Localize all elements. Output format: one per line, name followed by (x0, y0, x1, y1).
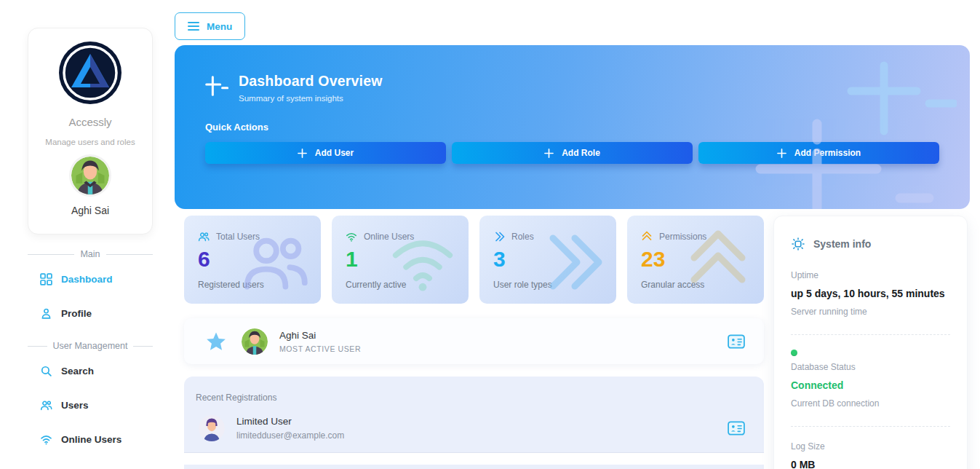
sidebar-avatar (71, 157, 109, 194)
divider-line (28, 346, 47, 347)
most-active-user-card: Aghi Sai MOST ACTIVE USER (184, 318, 764, 364)
recent-registration-row: Limited User limitedduser@example.com (184, 403, 764, 453)
uptime-caption: Server running time (791, 307, 950, 317)
add-role-label: Add Role (562, 148, 600, 158)
banner-head: Dashboard Overview Summary of system ins… (205, 73, 939, 103)
users-icon (40, 399, 52, 411)
sidebar-item-dashboard[interactable]: Dashboard (28, 262, 153, 296)
users-icon (198, 231, 210, 243)
recent-user-email: limitedduser@example.com (236, 430, 344, 441)
most-active-avatar (242, 328, 268, 355)
sidebar-item-users[interactable]: Users (28, 388, 153, 422)
uptime-label: Uptime (791, 270, 950, 280)
page-subtitle: Summary of system insights (239, 94, 383, 103)
most-active-label: MOST ACTIVE USER (279, 344, 361, 353)
sidebar-item-label: Online Users (61, 434, 121, 445)
contact-card-icon[interactable] (728, 334, 745, 349)
recent-user-meta: Limited User limitedduser@example.com (236, 416, 344, 441)
plus-minus-icon (205, 74, 228, 99)
app-root: Accessly Manage users and roles Aghi Sai (0, 0, 980, 469)
dashed-divider (791, 334, 950, 335)
brand-name: Accessly (34, 116, 146, 128)
grid-icon (40, 273, 52, 285)
cpu-icon (791, 237, 805, 251)
accessly-logo-icon (59, 42, 121, 104)
chevrons-right-icon (493, 231, 505, 243)
sidebar-nav: Main Dashboard Profile (28, 249, 153, 457)
dashboard-banner: Dashboard Overview Summary of system ins… (175, 45, 970, 209)
database-status-value: Connected (791, 379, 950, 391)
nav-section-label: User Management (53, 341, 128, 351)
chevrons-up-watermark-icon (675, 227, 761, 297)
sidebar-item-profile[interactable]: Profile (28, 296, 153, 331)
brand-tagline: Manage users and roles (34, 138, 146, 146)
recent-user-avatar (199, 415, 225, 441)
nav-section-label: Main (80, 249, 100, 259)
sidebar-item-label: Users (61, 400, 89, 411)
uptime-block: Uptime up 5 days, 10 hours, 55 minutes S… (791, 270, 950, 317)
stat-card-online-users: Online Users 1 Currently active (332, 216, 469, 304)
log-size-value: 0 MB (791, 459, 950, 469)
most-active-name: Aghi Sai (279, 330, 361, 341)
stat-card-permissions: Permissions 23 Granular access (627, 216, 764, 304)
add-user-label: Add User (315, 148, 354, 158)
wifi-watermark-icon (380, 227, 466, 297)
add-permission-label: Add Permission (794, 148, 861, 158)
database-status-caption: Current DB connection (791, 398, 950, 409)
system-info-panel: System info Uptime up 5 days, 10 hours, … (773, 216, 968, 469)
uptime-value: up 5 days, 10 hours, 55 minutes (791, 288, 950, 299)
status-dot-icon (791, 350, 797, 356)
menu-button-label: Menu (207, 21, 232, 32)
recent-registrations-title: Recent Registrations (184, 377, 764, 403)
stat-card-roles: Roles 3 User role types (479, 216, 616, 304)
sidebar-item-online-users[interactable]: Online Users (28, 422, 153, 457)
quick-actions-label: Quick Actions (205, 122, 939, 133)
sidebar-item-label: Dashboard (61, 274, 113, 285)
log-size-label: Log Size (791, 441, 950, 452)
add-permission-button[interactable]: Add Permission (698, 142, 939, 164)
wifi-icon (40, 433, 52, 446)
sidebar-item-search[interactable]: Search (28, 354, 153, 388)
recent-user-name: Limited User (236, 416, 344, 427)
most-active-meta: Aghi Sai MOST ACTIVE USER (279, 330, 361, 353)
nav-section-main: Main (28, 249, 153, 259)
database-status-label: Database Status (791, 362, 950, 372)
brand-card: Accessly Manage users and roles Aghi Sai (28, 28, 153, 234)
page-title: Dashboard Overview (239, 73, 383, 90)
stats-row: Total Users 6 Registered users (184, 216, 764, 304)
chevrons-right-watermark-icon (527, 227, 613, 297)
divider-line (106, 254, 153, 255)
recent-next-row (184, 453, 764, 465)
plus-icon (544, 149, 554, 158)
content-row: Total Users 6 Registered users (175, 216, 970, 469)
divider-line (133, 346, 153, 347)
dashed-divider (791, 426, 950, 427)
user-icon (40, 307, 52, 320)
database-status-block: Database Status Connected Current DB con… (791, 350, 950, 409)
sidebar-item-label: Search (61, 366, 94, 377)
users-watermark-icon (232, 227, 318, 297)
sidebar-user-name: Aghi Sai (34, 205, 146, 216)
search-icon (40, 365, 52, 377)
main-content: Menu (175, 12, 970, 469)
system-info-header: System info (791, 237, 950, 251)
plus-icon (777, 149, 786, 158)
divider-line (28, 254, 74, 255)
contact-card-icon[interactable] (728, 421, 745, 436)
chevrons-up-icon (641, 231, 653, 243)
log-size-block: Log Size 0 MB Storage usage (791, 441, 950, 469)
nav-section-user-management: User Management (28, 341, 153, 351)
banner-titles: Dashboard Overview Summary of system ins… (239, 73, 383, 103)
system-info-title: System info (813, 238, 871, 250)
hamburger-icon (188, 21, 199, 31)
left-column: Total Users 6 Registered users (184, 216, 764, 469)
wifi-icon (346, 231, 357, 243)
star-icon (206, 331, 226, 352)
stat-card-total-users: Total Users 6 Registered users (184, 216, 321, 304)
quick-actions-row: Add User Add Role Add Permission (205, 142, 939, 164)
sidebar-item-label: Profile (61, 308, 92, 319)
add-role-button[interactable]: Add Role (452, 142, 693, 164)
menu-button[interactable]: Menu (175, 12, 245, 40)
add-user-button[interactable]: Add User (205, 142, 446, 164)
plus-icon (298, 149, 307, 158)
